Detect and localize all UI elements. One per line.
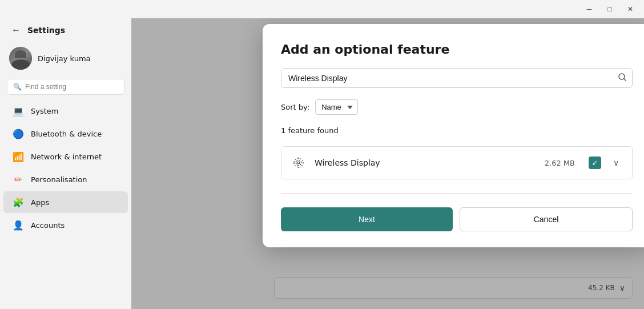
next-button[interactable]: Next — [281, 207, 453, 231]
sidebar-item-label-apps: Apps — [31, 198, 49, 207]
add-optional-feature-dialog: Add an optional feature Sort by: — [263, 24, 644, 247]
search-icon: 🔍 — [13, 83, 22, 91]
right-panel: View features See history by: Name 45.2 … — [131, 18, 644, 309]
system-icon: 💻 — [13, 105, 24, 117]
sidebar-item-label-personalisation: Personalisation — [31, 175, 87, 184]
maximize-button[interactable]: □ — [601, 3, 619, 15]
feature-name: Wireless Display — [315, 158, 537, 167]
back-button[interactable]: ← — [9, 23, 23, 38]
network-icon: 📶 — [13, 151, 24, 162]
sidebar-item-label-bluetooth: Bluetooth & device — [31, 130, 102, 138]
dialog-divider — [281, 193, 633, 194]
back-header: ← Settings — [0, 18, 131, 42]
svg-line-1 — [624, 79, 626, 81]
sidebar-item-personalisation[interactable]: ✏️ Personalisation — [3, 168, 128, 190]
dialog-sort-label: Sort by: — [281, 103, 309, 111]
feature-size: 2.62 MB — [545, 159, 575, 167]
avatar — [9, 47, 32, 70]
sidebar-item-label-accounts: Accounts — [31, 221, 65, 230]
feature-checkbox[interactable]: ✓ — [589, 156, 601, 169]
dialog-title: Add an optional feature — [281, 42, 633, 57]
personalisation-icon: ✏️ — [13, 174, 24, 185]
search-box[interactable]: 🔍 — [7, 79, 124, 95]
sidebar-item-system[interactable]: 💻 System — [3, 100, 128, 122]
dialog-search-row[interactable] — [281, 68, 633, 88]
profile-section: Digvijay kuma — [0, 42, 131, 74]
dialog-search-button[interactable] — [613, 69, 632, 87]
sidebar-title: Settings — [27, 26, 65, 35]
window-controls: ─ □ ✕ — [580, 3, 639, 15]
cancel-button[interactable]: Cancel — [460, 207, 633, 231]
title-bar: ─ □ ✕ — [0, 0, 644, 18]
feature-icon-wireless-display — [291, 155, 307, 171]
sidebar-item-accounts[interactable]: 👤 Accounts — [3, 214, 128, 236]
close-button[interactable]: ✕ — [621, 3, 639, 15]
minimize-button[interactable]: ─ — [580, 3, 598, 15]
sidebar-item-bluetooth[interactable]: 🔵 Bluetooth & device — [3, 123, 128, 145]
dialog-search-input[interactable] — [281, 69, 613, 87]
sidebar-item-label-network: Network & internet — [31, 153, 102, 161]
sidebar-item-network[interactable]: 📶 Network & internet — [3, 146, 128, 167]
feature-item: Wireless Display 2.62 MB ✓ ∨ — [281, 147, 632, 179]
profile-name: Digvijay kuma — [38, 54, 91, 63]
search-icon — [618, 73, 626, 81]
avatar-image — [9, 47, 32, 70]
dialog-sort-row: Sort by: Name Size Date — [281, 99, 633, 115]
feature-list: Wireless Display 2.62 MB ✓ ∨ — [281, 146, 633, 179]
search-input[interactable] — [25, 83, 118, 91]
accounts-icon: 👤 — [13, 219, 24, 231]
bluetooth-icon: 🔵 — [13, 128, 24, 139]
sidebar-item-apps[interactable]: 🧩 Apps — [3, 191, 128, 213]
apps-icon: 🧩 — [13, 196, 24, 208]
dialog-sort-select[interactable]: Name Size Date — [315, 99, 358, 115]
feature-expand-button[interactable]: ∨ — [609, 156, 623, 170]
sidebar: ← Settings Digvijay kuma 🔍 💻 System 🔵 Bl… — [0, 18, 131, 309]
feature-count: 1 feature found — [281, 126, 633, 135]
dialog-footer: Next Cancel — [281, 207, 633, 231]
sidebar-item-label-system: System — [31, 107, 58, 115]
